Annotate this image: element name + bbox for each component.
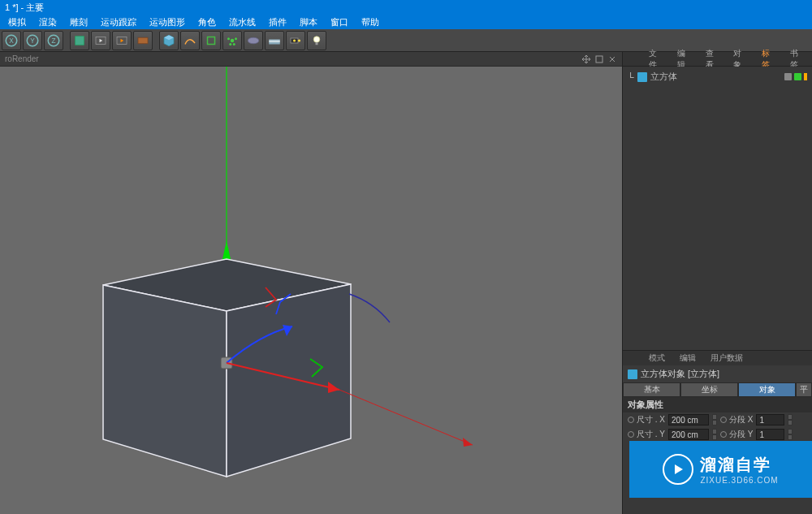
tree-item-tags <box>784 73 807 80</box>
object-tree[interactable]: └ 立方体 <box>623 67 812 351</box>
menu-script[interactable]: 脚本 <box>293 16 324 28</box>
object-manager-menu: 文件 编辑 查看 对象 标签 书签 <box>623 52 812 67</box>
render-region-button[interactable] <box>112 31 132 50</box>
cube-primitive-button[interactable] <box>70 31 89 50</box>
svg-marker-39 <box>675 464 683 474</box>
cube-icon <box>628 369 637 379</box>
menu-bar: 模拟 渲染 雕刻 运动跟踪 运动图形 角色 流水线 插件 脚本 窗口 帮助 <box>0 15 812 29</box>
radio-icon[interactable] <box>628 431 634 438</box>
attribute-manager-menu: 模式 编辑 用户数据 <box>623 351 812 365</box>
svg-point-13 <box>231 38 235 42</box>
enable-tag-icon[interactable] <box>794 73 801 80</box>
svg-text:X: X <box>9 37 14 45</box>
play-icon <box>663 454 693 485</box>
svg-rect-6 <box>76 36 84 45</box>
prop-tab-coord[interactable]: 坐标 <box>680 382 738 397</box>
add-light-button[interactable] <box>307 31 326 50</box>
add-camera-button[interactable] <box>286 31 305 50</box>
add-cube-button[interactable] <box>159 31 179 50</box>
prop-row-size-x: 尺寸 . X 200 cm 分段 X 1 <box>623 412 812 427</box>
spinner-size-y[interactable] <box>712 429 717 440</box>
attribute-header: 立方体对象 [立方体] <box>623 365 812 382</box>
svg-rect-27 <box>596 56 603 63</box>
move-icon[interactable] <box>581 54 591 64</box>
menu-render[interactable]: 渲染 <box>32 16 63 28</box>
svg-text:Z: Z <box>51 37 55 45</box>
viewport-header: roRender <box>0 52 622 67</box>
input-size-x[interactable]: 200 cm <box>668 414 709 425</box>
prop-tab-smooth[interactable]: 平 <box>796 382 812 397</box>
watermark-title: 溜溜自学 <box>700 454 778 476</box>
render-button[interactable] <box>91 31 110 50</box>
menu-window[interactable]: 窗口 <box>324 16 355 28</box>
svg-point-23 <box>293 39 296 41</box>
add-generator-button[interactable] <box>201 31 221 50</box>
input-seg-x[interactable]: 1 <box>756 414 784 425</box>
spinner-seg-x[interactable] <box>788 414 793 425</box>
menu-sculpt[interactable]: 雕刻 <box>63 16 94 28</box>
menu-character[interactable]: 角色 <box>192 16 222 28</box>
spinner-size-x[interactable] <box>712 414 717 425</box>
attr-tab-edit[interactable]: 编辑 <box>675 352 701 364</box>
svg-rect-26 <box>316 42 318 45</box>
maximize-icon[interactable] <box>594 54 604 64</box>
svg-rect-11 <box>138 37 148 44</box>
axis-x-button[interactable]: X <box>2 31 21 50</box>
visibility-tag-icon[interactable] <box>784 73 792 80</box>
svg-point-24 <box>298 39 300 41</box>
svg-point-25 <box>313 36 320 42</box>
input-size-y[interactable]: 200 cm <box>668 429 709 440</box>
attr-tab-userdata[interactable]: 用户数据 <box>706 352 748 364</box>
prop-row-size-y: 尺寸 . Y 200 cm 分段 Y 1 <box>623 427 812 442</box>
menu-help[interactable]: 帮助 <box>355 16 386 28</box>
label-seg-y: 分段 Y <box>729 429 753 440</box>
menu-pipeline[interactable]: 流水线 <box>222 16 262 28</box>
svg-rect-12 <box>208 37 215 44</box>
add-environment-button[interactable] <box>244 31 263 50</box>
svg-marker-38 <box>463 438 473 447</box>
attribute-title: 立方体对象 [立方体] <box>641 368 719 380</box>
attr-tab-mode[interactable]: 模式 <box>644 352 670 364</box>
svg-point-16 <box>229 43 231 45</box>
axis-y-button[interactable]: Y <box>23 31 42 50</box>
input-seg-y[interactable]: 1 <box>756 429 784 440</box>
svg-point-17 <box>233 43 235 45</box>
add-deformer-button[interactable] <box>222 31 242 50</box>
add-floor-button[interactable] <box>265 31 284 50</box>
hierarchy-toggle-icon[interactable]: └ <box>628 72 634 82</box>
add-spline-button[interactable] <box>180 31 200 50</box>
viewport-3d[interactable] <box>0 67 622 514</box>
watermark-banner: 溜溜自学 ZIXUE.3D66.COM <box>629 441 812 498</box>
viewport-renderer-label: roRender <box>5 54 39 63</box>
grip-icon[interactable] <box>626 356 636 361</box>
radio-icon[interactable] <box>720 417 727 423</box>
grip-icon[interactable] <box>626 57 636 61</box>
spinner-seg-y[interactable] <box>788 429 793 440</box>
tree-item-cube[interactable]: └ 立方体 <box>628 70 807 84</box>
menu-plugins[interactable]: 插件 <box>262 16 293 28</box>
menu-simulate[interactable]: 模拟 <box>2 16 32 28</box>
window-title-bar: 1 *] - 主要 <box>0 0 812 15</box>
render-tag-icon[interactable] <box>804 73 807 80</box>
radio-icon[interactable] <box>628 417 634 423</box>
section-object-properties: 对象属性 <box>623 397 812 412</box>
svg-marker-32 <box>227 284 351 477</box>
close-icon[interactable] <box>607 54 617 64</box>
prop-tab-object[interactable]: 对象 <box>738 382 796 397</box>
cube-gizmo <box>0 67 622 514</box>
axis-z-button[interactable]: Z <box>44 31 63 50</box>
attribute-tabs: 基本 坐标 对象 平 <box>623 382 812 397</box>
window-title: 1 *] - 主要 <box>5 2 44 14</box>
cube-icon <box>637 72 647 82</box>
watermark-url: ZIXUE.3D66.COM <box>700 476 778 485</box>
svg-point-15 <box>235 37 237 40</box>
label-seg-x: 分段 X <box>729 414 753 425</box>
menu-motiontracker[interactable]: 运动跟踪 <box>94 16 143 28</box>
render-settings-button[interactable] <box>133 31 153 50</box>
svg-point-14 <box>227 37 230 40</box>
menu-mograph[interactable]: 运动图形 <box>143 16 192 28</box>
label-size-x: 尺寸 . X <box>637 414 665 425</box>
radio-icon[interactable] <box>720 431 727 438</box>
svg-line-37 <box>339 390 473 445</box>
prop-tab-basic[interactable]: 基本 <box>623 382 680 397</box>
